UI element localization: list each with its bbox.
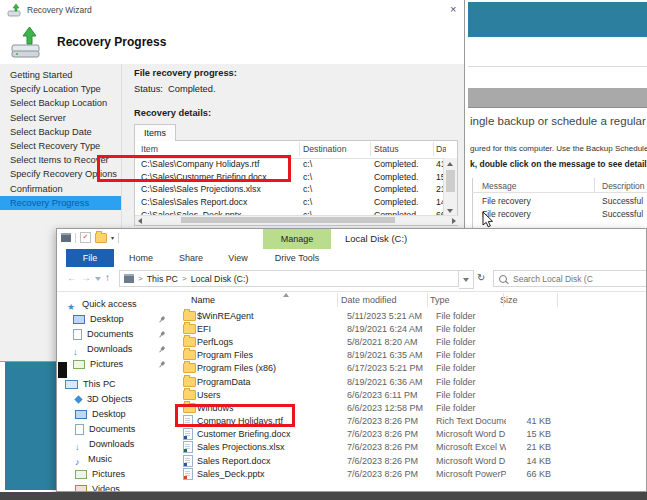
table-row[interactable]: C:\Sales\Sales Report.docx c:\ Completed… [135,196,445,209]
column-header-message[interactable]: Message [482,181,517,191]
chevron-down-icon[interactable]: ▾ [111,234,114,241]
file-explorer-window: ✓ ▾ Manage Local Disk (C:) File Home Sha… [56,228,647,492]
scrollbar-thumb[interactable] [446,170,455,192]
pin-icon [156,315,167,326]
nav-item[interactable]: 3D Objects [57,392,175,407]
horizontal-scrollbar[interactable] [135,215,459,225]
nav-item[interactable]: Documents [57,327,175,342]
wizard-step[interactable]: Select Recovery Type [0,139,121,153]
column-header-item[interactable]: Item [141,144,158,154]
nav-item[interactable]: Desktop [57,407,175,422]
nav-item[interactable]: Pictures [57,357,175,372]
wizard-step[interactable]: Recovery Progress [0,196,121,210]
file-date-modified: 6/17/2023 5:21 PM [347,363,436,373]
console-message-row[interactable]: File recovery Successful [468,207,647,220]
scroll-right-icon[interactable] [452,218,456,224]
column-header-name[interactable]: Name [177,295,341,305]
taskbar-strip [0,492,647,500]
wizard-step[interactable]: Getting Started [0,68,121,82]
file-row[interactable]: Sales_Deck.pptx 7/6/2023 8:26 PM Microso… [177,467,647,480]
file-type: File folder [436,324,506,334]
file-row[interactable]: Customer Briefing.docx 7/6/2023 8:26 PM … [177,428,647,441]
up-arrow-icon[interactable]: ↑ [105,272,110,283]
drive-icon [61,233,71,242]
nav-item-icon [73,315,85,324]
nav-item[interactable]: Videos [57,482,175,492]
tab-share[interactable]: Share [169,249,213,267]
back-arrow-icon[interactable]: ← [67,272,77,283]
wizard-step[interactable]: Confirmation [0,182,121,196]
nav-item-icon [75,470,87,479]
wizard-step[interactable]: Specify Location Type [0,82,121,96]
tab-drive-tools[interactable]: Drive Tools [263,249,331,267]
search-box[interactable] [493,270,647,287]
close-icon[interactable]: × [450,3,456,15]
console-message-list: File recovery Successful File recovery S… [468,194,647,220]
forward-arrow-icon[interactable]: → [81,272,91,283]
nav-item[interactable]: Downloads [57,437,175,452]
file-date-modified: 6/6/2023 6:11 PM [347,390,436,400]
recent-locations-icon[interactable] [95,277,101,281]
details-label: Recovery details: [134,108,211,118]
breadcrumb-current[interactable]: Local Disk (C:) [191,274,249,284]
file-row[interactable]: Program Files 8/19/2021 6:35 AM File fol… [177,349,647,362]
nav-item[interactable]: Downloads [57,342,175,357]
tab-home[interactable]: Home [121,249,161,267]
wizard-step[interactable]: Select Backup Location [0,96,121,110]
file-row[interactable]: $WinREAgent 5/11/2023 5:21 AM File folde… [177,309,647,322]
file-date-modified: 7/6/2023 8:26 PM [347,456,436,466]
divider [118,233,119,243]
scrollbar-thumb[interactable] [181,217,395,223]
file-name: Customer Briefing.docx [197,429,347,439]
table-row[interactable]: C:\Sales\Sales Projections.xlsx c:\ Comp… [135,183,445,196]
console-message-row[interactable]: File recovery Successful [468,194,647,207]
file-row[interactable]: PerfLogs 5/8/2021 8:20 AM File folder [177,335,647,348]
wizard-step-label: Select Server [10,113,66,123]
properties-check-icon[interactable]: ✓ [80,232,91,243]
vertical-scrollbar[interactable] [443,158,457,217]
tab-file[interactable]: File [66,249,114,267]
search-input[interactable] [511,273,635,285]
nav-item[interactable]: Pictures [57,467,175,482]
column-header-type[interactable]: Type [430,295,500,305]
address-dropdown[interactable] [459,270,474,289]
file-row[interactable]: EFI 8/19/2021 6:24 AM File folder [177,322,647,335]
scroll-left-icon[interactable] [138,218,142,224]
file-icon [183,311,196,321]
nav-item[interactable]: Documents [57,422,175,437]
breadcrumb[interactable]: > This PC > Local Disk (C:) [119,270,459,287]
column-header-status[interactable]: Status [374,144,399,154]
file-row[interactable]: Sales Projections.xlsx 7/6/2023 8:26 PM … [177,441,647,454]
refresh-icon[interactable]: ↻ [477,272,485,283]
tab-items[interactable]: Items [134,124,176,141]
file-row[interactable]: Sales Report.docx 7/6/2023 8:26 PM Micro… [177,454,647,467]
column-header-date-modified[interactable]: Date modified [341,295,430,305]
wizard-step[interactable]: Select Server [0,111,121,125]
column-header-data[interactable]: Da [436,144,446,154]
recovery-drive-icon [10,24,46,60]
column-header-destination[interactable]: Destination [303,144,346,154]
wizard-step[interactable]: Select Backup Date [0,125,121,139]
nav-item[interactable]: This PC [57,377,175,392]
nav-item-label: Downloads [87,342,132,357]
file-type: File folder [436,363,506,373]
new-folder-icon[interactable] [95,233,107,243]
nav-item[interactable]: Desktop [57,312,175,327]
manage-contextual-tab[interactable]: Manage [263,229,331,249]
file-row[interactable]: Users 6/6/2023 6:11 PM File folder [177,388,647,401]
nav-item[interactable]: Music [57,452,175,467]
ribbon-tabs: File Home Share View Drive Tools [57,249,646,268]
breadcrumb-this-pc[interactable]: This PC [147,274,178,284]
scroll-up-icon[interactable] [447,162,453,166]
file-row[interactable]: ProgramData 8/19/2021 6:36 AM File folde… [177,375,647,388]
console-headline: ingle backup or schedule a regular back [470,115,647,127]
tab-view[interactable]: View [219,249,257,267]
console-messages-hint: k, double click on the message to see de… [470,159,647,169]
scroll-down-icon[interactable] [447,209,453,213]
wizard-step-label: Specify Location Type [10,84,101,94]
column-header-size[interactable]: Size [500,295,545,305]
file-row[interactable]: Program Files (x86) 6/17/2023 5:21 PM Fi… [177,362,647,375]
nav-item[interactable]: Quick access [57,297,175,312]
nav-item-icon [75,485,87,492]
column-header-description[interactable]: Description [602,181,645,191]
